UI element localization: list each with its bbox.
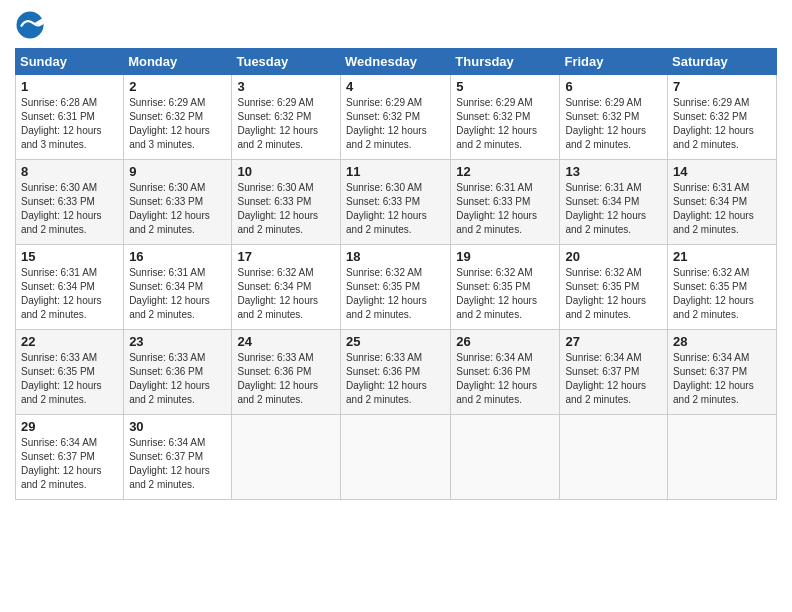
- day-info: Sunrise: 6:33 AM Sunset: 6:35 PM Dayligh…: [21, 351, 118, 407]
- calendar-day-cell: 10 Sunrise: 6:30 AM Sunset: 6:33 PM Dayl…: [232, 160, 341, 245]
- calendar-day-cell: 19 Sunrise: 6:32 AM Sunset: 6:35 PM Dayl…: [451, 245, 560, 330]
- day-number: 24: [237, 334, 335, 349]
- calendar-day-cell: 3 Sunrise: 6:29 AM Sunset: 6:32 PM Dayli…: [232, 75, 341, 160]
- day-info: Sunrise: 6:32 AM Sunset: 6:35 PM Dayligh…: [673, 266, 771, 322]
- calendar-day-cell: 26 Sunrise: 6:34 AM Sunset: 6:36 PM Dayl…: [451, 330, 560, 415]
- day-info: Sunrise: 6:29 AM Sunset: 6:32 PM Dayligh…: [565, 96, 662, 152]
- day-number: 15: [21, 249, 118, 264]
- day-info: Sunrise: 6:32 AM Sunset: 6:35 PM Dayligh…: [456, 266, 554, 322]
- calendar-header-row: SundayMondayTuesdayWednesdayThursdayFrid…: [16, 49, 777, 75]
- calendar-week-row: 15 Sunrise: 6:31 AM Sunset: 6:34 PM Dayl…: [16, 245, 777, 330]
- day-info: Sunrise: 6:30 AM Sunset: 6:33 PM Dayligh…: [21, 181, 118, 237]
- day-info: Sunrise: 6:29 AM Sunset: 6:32 PM Dayligh…: [129, 96, 226, 152]
- day-number: 25: [346, 334, 445, 349]
- day-info: Sunrise: 6:34 AM Sunset: 6:37 PM Dayligh…: [673, 351, 771, 407]
- day-number: 9: [129, 164, 226, 179]
- day-number: 29: [21, 419, 118, 434]
- day-info: Sunrise: 6:31 AM Sunset: 6:33 PM Dayligh…: [456, 181, 554, 237]
- weekday-header: Friday: [560, 49, 668, 75]
- page-header: [15, 10, 777, 40]
- calendar-day-cell: 1 Sunrise: 6:28 AM Sunset: 6:31 PM Dayli…: [16, 75, 124, 160]
- logo: [15, 10, 49, 40]
- calendar-day-cell: 25 Sunrise: 6:33 AM Sunset: 6:36 PM Dayl…: [341, 330, 451, 415]
- day-number: 21: [673, 249, 771, 264]
- day-info: Sunrise: 6:29 AM Sunset: 6:32 PM Dayligh…: [346, 96, 445, 152]
- day-number: 18: [346, 249, 445, 264]
- day-info: Sunrise: 6:32 AM Sunset: 6:34 PM Dayligh…: [237, 266, 335, 322]
- calendar-day-cell: 16 Sunrise: 6:31 AM Sunset: 6:34 PM Dayl…: [124, 245, 232, 330]
- day-number: 6: [565, 79, 662, 94]
- calendar-day-cell: 28 Sunrise: 6:34 AM Sunset: 6:37 PM Dayl…: [668, 330, 777, 415]
- weekday-header: Thursday: [451, 49, 560, 75]
- calendar-day-cell: 30 Sunrise: 6:34 AM Sunset: 6:37 PM Dayl…: [124, 415, 232, 500]
- day-info: Sunrise: 6:30 AM Sunset: 6:33 PM Dayligh…: [237, 181, 335, 237]
- weekday-header: Tuesday: [232, 49, 341, 75]
- day-number: 10: [237, 164, 335, 179]
- day-number: 8: [21, 164, 118, 179]
- day-info: Sunrise: 6:33 AM Sunset: 6:36 PM Dayligh…: [129, 351, 226, 407]
- day-info: Sunrise: 6:34 AM Sunset: 6:37 PM Dayligh…: [565, 351, 662, 407]
- day-info: Sunrise: 6:31 AM Sunset: 6:34 PM Dayligh…: [129, 266, 226, 322]
- calendar-day-cell: 12 Sunrise: 6:31 AM Sunset: 6:33 PM Dayl…: [451, 160, 560, 245]
- day-info: Sunrise: 6:29 AM Sunset: 6:32 PM Dayligh…: [237, 96, 335, 152]
- calendar-day-cell: 4 Sunrise: 6:29 AM Sunset: 6:32 PM Dayli…: [341, 75, 451, 160]
- weekday-header: Wednesday: [341, 49, 451, 75]
- day-info: Sunrise: 6:34 AM Sunset: 6:37 PM Dayligh…: [21, 436, 118, 492]
- day-info: Sunrise: 6:33 AM Sunset: 6:36 PM Dayligh…: [237, 351, 335, 407]
- day-number: 4: [346, 79, 445, 94]
- calendar-week-row: 29 Sunrise: 6:34 AM Sunset: 6:37 PM Dayl…: [16, 415, 777, 500]
- day-number: 14: [673, 164, 771, 179]
- day-number: 22: [21, 334, 118, 349]
- calendar-day-cell: 2 Sunrise: 6:29 AM Sunset: 6:32 PM Dayli…: [124, 75, 232, 160]
- day-number: 30: [129, 419, 226, 434]
- calendar-day-cell: 7 Sunrise: 6:29 AM Sunset: 6:32 PM Dayli…: [668, 75, 777, 160]
- day-number: 1: [21, 79, 118, 94]
- calendar-day-cell: 14 Sunrise: 6:31 AM Sunset: 6:34 PM Dayl…: [668, 160, 777, 245]
- calendar-day-cell: 11 Sunrise: 6:30 AM Sunset: 6:33 PM Dayl…: [341, 160, 451, 245]
- calendar-day-cell: 23 Sunrise: 6:33 AM Sunset: 6:36 PM Dayl…: [124, 330, 232, 415]
- day-info: Sunrise: 6:30 AM Sunset: 6:33 PM Dayligh…: [129, 181, 226, 237]
- weekday-header: Sunday: [16, 49, 124, 75]
- calendar-day-cell: 8 Sunrise: 6:30 AM Sunset: 6:33 PM Dayli…: [16, 160, 124, 245]
- calendar-day-cell: 24 Sunrise: 6:33 AM Sunset: 6:36 PM Dayl…: [232, 330, 341, 415]
- calendar-day-cell: 13 Sunrise: 6:31 AM Sunset: 6:34 PM Dayl…: [560, 160, 668, 245]
- day-info: Sunrise: 6:34 AM Sunset: 6:36 PM Dayligh…: [456, 351, 554, 407]
- calendar-week-row: 1 Sunrise: 6:28 AM Sunset: 6:31 PM Dayli…: [16, 75, 777, 160]
- day-info: Sunrise: 6:34 AM Sunset: 6:37 PM Dayligh…: [129, 436, 226, 492]
- calendar-day-cell: [341, 415, 451, 500]
- day-number: 19: [456, 249, 554, 264]
- calendar-day-cell: 5 Sunrise: 6:29 AM Sunset: 6:32 PM Dayli…: [451, 75, 560, 160]
- calendar-day-cell: 18 Sunrise: 6:32 AM Sunset: 6:35 PM Dayl…: [341, 245, 451, 330]
- day-number: 12: [456, 164, 554, 179]
- day-number: 5: [456, 79, 554, 94]
- day-info: Sunrise: 6:29 AM Sunset: 6:32 PM Dayligh…: [456, 96, 554, 152]
- calendar-day-cell: 29 Sunrise: 6:34 AM Sunset: 6:37 PM Dayl…: [16, 415, 124, 500]
- calendar-day-cell: 9 Sunrise: 6:30 AM Sunset: 6:33 PM Dayli…: [124, 160, 232, 245]
- day-info: Sunrise: 6:31 AM Sunset: 6:34 PM Dayligh…: [673, 181, 771, 237]
- day-number: 17: [237, 249, 335, 264]
- calendar-week-row: 22 Sunrise: 6:33 AM Sunset: 6:35 PM Dayl…: [16, 330, 777, 415]
- calendar-week-row: 8 Sunrise: 6:30 AM Sunset: 6:33 PM Dayli…: [16, 160, 777, 245]
- day-number: 16: [129, 249, 226, 264]
- calendar-day-cell: 21 Sunrise: 6:32 AM Sunset: 6:35 PM Dayl…: [668, 245, 777, 330]
- day-info: Sunrise: 6:33 AM Sunset: 6:36 PM Dayligh…: [346, 351, 445, 407]
- calendar-day-cell: 17 Sunrise: 6:32 AM Sunset: 6:34 PM Dayl…: [232, 245, 341, 330]
- day-number: 28: [673, 334, 771, 349]
- day-number: 11: [346, 164, 445, 179]
- logo-icon: [15, 10, 45, 40]
- calendar-day-cell: 22 Sunrise: 6:33 AM Sunset: 6:35 PM Dayl…: [16, 330, 124, 415]
- day-info: Sunrise: 6:30 AM Sunset: 6:33 PM Dayligh…: [346, 181, 445, 237]
- day-info: Sunrise: 6:28 AM Sunset: 6:31 PM Dayligh…: [21, 96, 118, 152]
- calendar-day-cell: [232, 415, 341, 500]
- day-number: 20: [565, 249, 662, 264]
- calendar-day-cell: 20 Sunrise: 6:32 AM Sunset: 6:35 PM Dayl…: [560, 245, 668, 330]
- calendar-day-cell: [668, 415, 777, 500]
- day-info: Sunrise: 6:31 AM Sunset: 6:34 PM Dayligh…: [565, 181, 662, 237]
- calendar-day-cell: 15 Sunrise: 6:31 AM Sunset: 6:34 PM Dayl…: [16, 245, 124, 330]
- day-number: 3: [237, 79, 335, 94]
- day-info: Sunrise: 6:31 AM Sunset: 6:34 PM Dayligh…: [21, 266, 118, 322]
- day-info: Sunrise: 6:29 AM Sunset: 6:32 PM Dayligh…: [673, 96, 771, 152]
- day-number: 27: [565, 334, 662, 349]
- day-number: 26: [456, 334, 554, 349]
- calendar-day-cell: 27 Sunrise: 6:34 AM Sunset: 6:37 PM Dayl…: [560, 330, 668, 415]
